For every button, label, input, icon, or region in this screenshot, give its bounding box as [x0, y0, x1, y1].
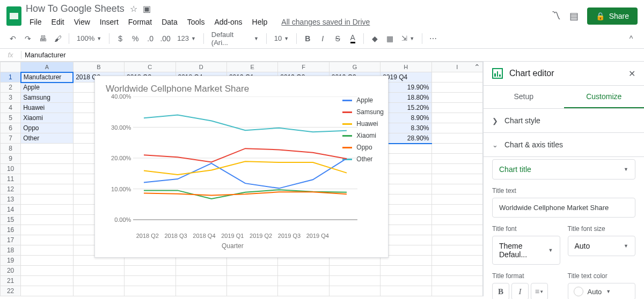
cell-A1[interactable]: Manufacturer [21, 72, 74, 83]
col-header-D[interactable]: D [175, 62, 226, 72]
chart-title: Worldwide Cellphone Market Share [95, 76, 388, 96]
toolbar: ↶ ↷ 🖶 🖌 100%▼ $ % .0 .00 123▼ Default (A… [0, 28, 644, 49]
row-header-2[interactable]: 2 [1, 83, 21, 93]
section-chart-axis-titles[interactable]: ⌄ Chart & axis titles [484, 133, 644, 157]
share-label: Share [609, 12, 629, 20]
cell-I1[interactable] [431, 72, 482, 83]
col-header-B[interactable]: B [73, 62, 124, 72]
fill-color-button[interactable]: ◆ [368, 32, 381, 46]
chevron-down-icon: ⌄ [492, 141, 498, 149]
title-format-label: Title format [492, 272, 560, 280]
borders-button[interactable]: ▦ [383, 32, 396, 46]
title-bold-button[interactable]: B [492, 283, 509, 299]
cell-A4[interactable]: Huawei [21, 103, 74, 113]
title-font-label: Title font [492, 225, 560, 233]
more-formats[interactable]: 123▼ [174, 34, 199, 42]
menu-file[interactable]: File [26, 16, 46, 28]
dec-increase-button[interactable]: .00 [159, 32, 172, 46]
cell-A2[interactable]: Apple [21, 83, 74, 93]
comments-icon[interactable]: ▤ [569, 10, 579, 22]
font-size-select[interactable]: 10▼ [271, 34, 292, 42]
row-header-1[interactable]: 1 [1, 72, 21, 83]
bold-button[interactable]: B [301, 32, 314, 46]
redo-button[interactable]: ↷ [21, 32, 34, 46]
tab-setup[interactable]: Setup [484, 86, 564, 108]
strike-button[interactable]: S [331, 32, 344, 46]
tab-customize[interactable]: Customize [564, 86, 645, 108]
row-header-4[interactable]: 4 [1, 103, 21, 113]
share-button[interactable]: 🔒 Share [587, 8, 638, 25]
col-header-E[interactable]: E [226, 62, 277, 72]
print-button[interactable]: 🖶 [36, 32, 49, 46]
row-header-3[interactable]: 3 [1, 93, 21, 103]
row-header-5[interactable]: 5 [1, 113, 21, 123]
title-align-button[interactable]: ≡▼ [531, 283, 548, 299]
select-all-cell[interactable] [1, 62, 21, 72]
lock-icon: 🔒 [596, 12, 605, 20]
cell-A6[interactable]: Oppo [21, 123, 74, 133]
col-header-C[interactable]: C [125, 62, 175, 72]
menu-bar: File Edit View Insert Format Data Tools … [26, 16, 547, 28]
menu-tools[interactable]: Tools [184, 16, 209, 28]
title-font-select[interactable]: Theme Defaul...▼ [492, 236, 560, 265]
title-type-select[interactable]: Chart title▼ [492, 159, 635, 180]
title-color-label: Title text color [568, 272, 636, 280]
dec-decrease-button[interactable]: .0 [144, 32, 157, 46]
cell-I2[interactable] [431, 83, 482, 93]
menu-edit[interactable]: Edit [48, 16, 68, 28]
doc-title[interactable]: How To Google Sheets [26, 3, 125, 14]
text-color-button[interactable]: A [346, 32, 359, 46]
col-header-F[interactable]: F [278, 62, 329, 72]
cell-A3[interactable]: Samsung [21, 93, 74, 103]
title-text-label: Title text [492, 187, 635, 195]
fx-label: fx [0, 51, 21, 59]
paint-format-button[interactable]: 🖌 [52, 32, 64, 46]
title-font-size-label: Title font size [568, 225, 636, 233]
formula-input[interactable]: Manufacturer [21, 51, 66, 59]
percent-button[interactable]: % [129, 32, 142, 46]
menu-addons[interactable]: Add-ons [210, 16, 246, 28]
zoom-select[interactable]: 100%▼ [74, 34, 105, 42]
scroll-up-icon[interactable]: ⌃ [474, 63, 480, 71]
embedded-chart[interactable]: Worldwide Cellphone Market Share 2018 Q2… [94, 76, 389, 258]
row-header-6[interactable]: 6 [1, 123, 21, 133]
cell-A5[interactable]: Xiaomi [21, 113, 74, 123]
save-status: All changes saved in Drive [277, 16, 374, 28]
menu-view[interactable]: View [70, 16, 94, 28]
col-header-H[interactable]: H [380, 62, 431, 72]
title-text-input[interactable]: Worldwide Cellphone Market Share [492, 198, 635, 218]
section-chart-style[interactable]: ❯ Chart style [484, 109, 644, 133]
title-italic-button[interactable]: I [511, 283, 529, 299]
chart-editor-sidebar: Chart editor ✕ Setup Customize ❯ Chart s… [483, 62, 644, 296]
sheets-logo-icon[interactable] [6, 6, 21, 26]
title-color-select[interactable]: Auto▼ [568, 283, 636, 299]
menu-data[interactable]: Data [158, 16, 181, 28]
merge-button[interactable]: ⇲▼ [398, 34, 418, 42]
chevron-right-icon: ❯ [492, 117, 498, 125]
sidebar-title: Chart editor [509, 69, 554, 78]
currency-button[interactable]: $ [114, 32, 127, 46]
more-button[interactable]: ⋯ [427, 32, 440, 46]
col-header-A[interactable]: A [21, 62, 74, 72]
font-select[interactable]: Default (Ari...▼ [208, 31, 262, 47]
menu-format[interactable]: Format [125, 16, 156, 28]
menu-help[interactable]: Help [248, 16, 272, 28]
undo-button[interactable]: ↶ [6, 32, 19, 46]
x-axis-label: Quarter [133, 242, 332, 250]
col-header-G[interactable]: G [329, 62, 380, 72]
move-icon[interactable]: ▣ [143, 4, 151, 14]
explore-icon[interactable]: 〽 [551, 10, 561, 21]
title-font-size-select[interactable]: Auto▼ [568, 236, 636, 256]
collapse-toolbar-icon[interactable]: ^ [625, 32, 638, 46]
star-icon[interactable]: ☆ [130, 4, 137, 14]
chart-plot-area: 2018 Q22018 Q32018 Q42019 Q12019 Q22019 … [133, 96, 332, 229]
row-header-7[interactable]: 7 [1, 133, 21, 144]
cell-A7[interactable]: Other [21, 133, 74, 144]
chart-editor-icon [492, 68, 503, 79]
close-sidebar-button[interactable]: ✕ [628, 69, 635, 79]
menu-insert[interactable]: Insert [96, 16, 122, 28]
color-swatch-icon [574, 287, 583, 296]
italic-button[interactable]: I [316, 32, 329, 46]
